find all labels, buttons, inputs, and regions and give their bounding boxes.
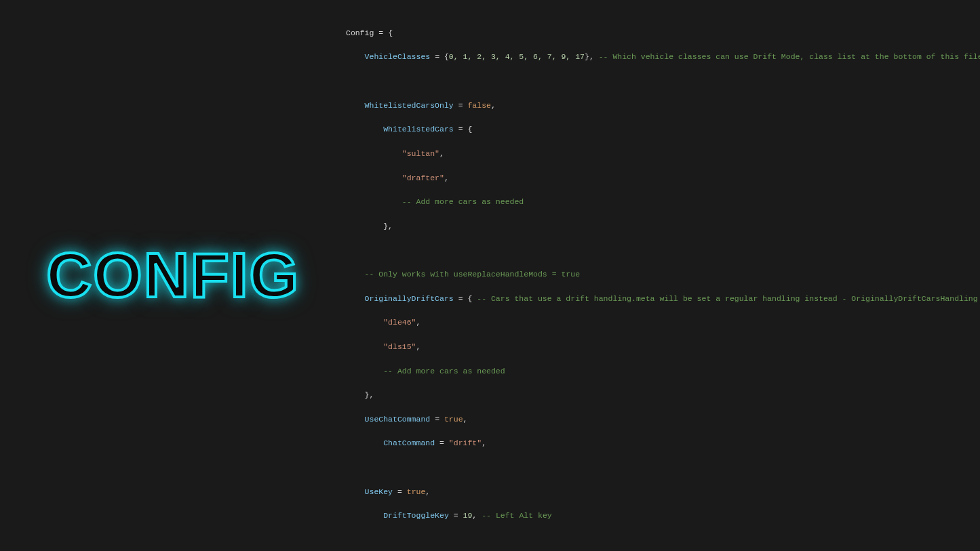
code-line: WhitelistedCars = { — [346, 123, 980, 136]
code-line: WhitelistedCarsOnly = false, — [346, 100, 980, 112]
code-line: "dls15", — [346, 341, 980, 353]
code-line: UseChatCommand = true, — [346, 413, 980, 426]
code-line: "drafter", — [346, 172, 980, 184]
code-line — [346, 75, 980, 87]
code-line: "sultan", — [346, 148, 980, 160]
code-line: }, — [346, 220, 980, 232]
code-line: -- Only works with useReplaceHandleMods … — [346, 268, 980, 281]
code-line: Config = { — [346, 27, 980, 39]
code-line: -- Add more cars as needed — [346, 365, 980, 377]
code-line: VehicleClasses = {0, 1, 2, 3, 4, 5, 6, 7… — [346, 51, 980, 63]
code-line: }, — [346, 389, 980, 401]
code-line: OriginallyDriftCars = { -- Cars that use… — [346, 293, 980, 305]
code-line: "dle46", — [346, 317, 980, 329]
title-panel: CONFIG — [0, 0, 346, 551]
code-line: -- Add more cars as needed — [346, 196, 980, 208]
code-line — [346, 462, 980, 474]
code-line: DriftToggleKey = 19, -- Left Alt key — [346, 510, 980, 522]
code-line: UseKey = true, — [346, 486, 980, 498]
code-editor[interactable]: Config = { VehicleClasses = {0, 1, 2, 3,… — [346, 0, 980, 551]
config-title: CONFIG — [46, 226, 300, 324]
code-line — [346, 244, 980, 256]
code-line: ChatCommand = "drift", — [346, 437, 980, 449]
code-line — [346, 534, 980, 546]
